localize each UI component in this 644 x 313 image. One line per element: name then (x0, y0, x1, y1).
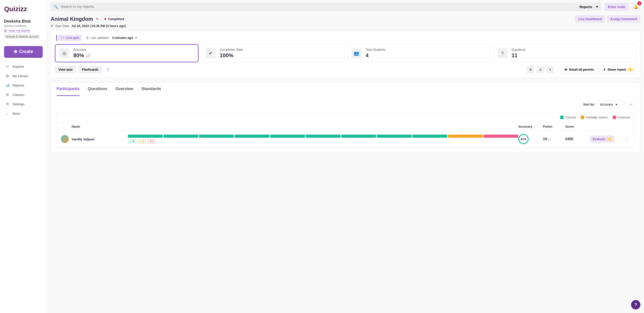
view-district-link[interactable]: 🏛 View my district (4, 29, 30, 33)
sidebar-item-settings[interactable]: ⚙Settings (4, 99, 43, 109)
kebab-icon: ⋮ (625, 137, 628, 141)
print-button[interactable]: 🖨 (536, 66, 544, 73)
summary-panel: ⋮≡ Live quiz ◔ Last updated : 3 minutes … (50, 31, 640, 78)
incorrect-count-badge: ✕ 1 (147, 139, 156, 144)
live-dashboard-button[interactable]: Live Dashboard (575, 15, 605, 23)
chart-icon: 📊 (5, 83, 10, 87)
th-score[interactable]: Score (565, 125, 590, 128)
gear-icon: ⚙ (5, 102, 10, 106)
tab-questions[interactable]: Questions (88, 82, 107, 96)
status-label: Completed (108, 17, 124, 21)
building-icon: 🏛 (4, 29, 7, 32)
th-points[interactable]: Points (543, 125, 565, 128)
print-icon: 🖨 (539, 68, 542, 71)
question-icon: ? (634, 302, 637, 308)
caret-down-icon: ▾ (596, 5, 598, 9)
sidebar-item-classes[interactable]: ⊞Classes (4, 90, 43, 99)
points-cell: 10/11 (543, 137, 565, 141)
plus-icon: ⊕ (14, 49, 18, 54)
count-value: 9 (133, 140, 134, 143)
sidebar-item-library[interactable]: ▥My Library (4, 71, 43, 80)
stat-value: 80% (73, 52, 84, 58)
share-icon: ⇪ (603, 68, 606, 71)
enter-code-button[interactable]: Enter code (604, 3, 629, 11)
start-date-label: Start Date: (55, 24, 70, 28)
clock-icon: ◔ (86, 36, 88, 40)
page-title: Animal Kingdom (50, 16, 93, 22)
sidebar-item-label: More (12, 112, 20, 115)
sort-select[interactable]: Accuracy ▾ (597, 100, 624, 108)
logo: Quizizz (4, 4, 43, 15)
sidebar-item-label: Reports (12, 84, 24, 87)
tab-standards[interactable]: Standards (141, 82, 161, 96)
sidebar-item-label: Settings (12, 102, 24, 106)
sidebar-item-explore[interactable]: ◷Explore (4, 62, 43, 71)
notifications-button[interactable]: 🔔 1 (632, 2, 640, 11)
delete-button[interactable]: 🗑 (526, 66, 534, 73)
participant-name: Vanilla Valjean (72, 137, 94, 141)
search-input-wrap[interactable]: 🔍 (50, 2, 576, 11)
library-icon: ▥ (5, 74, 10, 78)
tab-overview[interactable]: Overview (116, 82, 133, 96)
stat-label: Accuracy (73, 48, 91, 52)
tab-participants[interactable]: Participants (56, 82, 80, 96)
legend-label: Partially correct (586, 116, 608, 119)
stat-value: 11 (512, 52, 526, 58)
sidebar-item-label: Explore (12, 64, 24, 68)
status-dot-icon (104, 18, 106, 20)
sort-value: Accuracy (600, 102, 613, 106)
status-badge: Completed (102, 16, 127, 22)
start-date-value: Jul 28, 2023 | 03:36 PM (5 hours ago) (71, 24, 126, 28)
annotation-arrow-icon: ↑ (106, 66, 110, 73)
sort-icon: ↓↑ (629, 103, 632, 106)
answer-counts: ✓ 9 ✓ 1 ✕ 1 (128, 139, 518, 144)
count-value: 1 (152, 140, 154, 143)
trash-icon: 🗑 (529, 68, 532, 71)
premium-badge-icon: ⚡ (607, 138, 612, 141)
refresh-icon[interactable]: ⟳ (135, 36, 138, 40)
table-row[interactable]: Vanilla Valjean ✓ 9 ✓ 1 ✕ 1 (57, 131, 634, 148)
share-report-label: Share report (608, 68, 626, 71)
swatch-icon (560, 116, 564, 119)
sort-row: Sort by: Accuracy ▾ ↓↑ (56, 100, 634, 108)
sidebar-item-more[interactable]: ⌄More (4, 109, 43, 118)
users-icon: 👥 (351, 48, 362, 58)
evaluate-button[interactable]: Evaluate⚡ (590, 136, 614, 143)
row-menu-button[interactable]: ⋮ (624, 137, 630, 141)
live-quiz-badge: ⋮≡ Live quiz (56, 35, 82, 41)
download-button[interactable]: ⬇ (546, 66, 554, 73)
swatch-icon (581, 116, 584, 119)
stat-value: 100% (220, 52, 243, 58)
user-name: Deeksha Bhat (4, 19, 43, 24)
user-subtitle: Quizizz Academy (4, 24, 43, 28)
create-button[interactable]: ⊕ Create (4, 46, 43, 57)
grid-icon: ⊞ (5, 92, 10, 96)
participants-table: Correct Partially correct Incorrect Name… (56, 112, 634, 148)
district-link-label: View my district (8, 29, 30, 32)
points-denominator: /11 (547, 138, 551, 141)
context-dropdown-label: Reports (580, 5, 592, 9)
help-fab[interactable]: ? (631, 300, 640, 310)
context-dropdown[interactable]: Reports ▾ (576, 2, 602, 11)
sort-label: Sort by: (583, 102, 595, 106)
edit-title-icon[interactable]: ✎ (96, 17, 99, 21)
stat-label: Questions (512, 48, 526, 52)
legend-label: Correct (566, 116, 576, 119)
share-report-button[interactable]: ⇪ Share report ⚡ (600, 66, 636, 74)
evaluate-label: Evaluate (592, 137, 606, 141)
assign-homework-button[interactable]: Assign homework (607, 15, 640, 23)
view-quiz-button[interactable]: View quiz (55, 66, 76, 73)
sort-direction-button[interactable]: ↓↑ (627, 100, 634, 108)
th-accuracy[interactable]: Accuracy ↑ (518, 125, 543, 128)
sidebar: Quizizz Deeksha Bhat Quizizz Academy 🏛 V… (0, 0, 47, 313)
email-parents-button[interactable]: ✉ Email all parents (561, 66, 597, 74)
score-cell: 6300 (565, 137, 590, 141)
search-input[interactable] (61, 5, 573, 9)
th-name: Name (61, 125, 128, 128)
flashcards-button[interactable]: Flashcards (78, 66, 102, 73)
avatar (61, 135, 69, 143)
sidebar-item-reports[interactable]: 📊Reports (4, 80, 43, 90)
stat-card-questions: ? Questions 11 (494, 44, 636, 62)
data-panel: Participants Questions Overview Standard… (50, 82, 640, 152)
live-quiz-label: Live quiz (66, 36, 79, 40)
